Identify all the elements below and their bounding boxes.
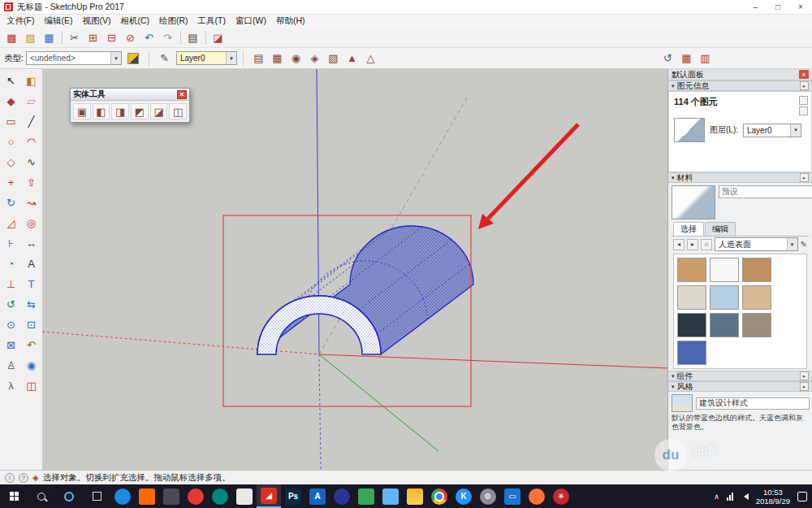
material-swatch-pale-gray[interactable]	[677, 285, 706, 310]
model-arch[interactable]	[257, 226, 473, 354]
toolbar-button-copy[interactable]: ⊞	[84, 28, 102, 46]
start-button[interactable]	[0, 484, 28, 508]
material-swatch-dark-navy[interactable]	[677, 313, 706, 337]
taskbar-app-app-blue-a[interactable]: A	[305, 484, 330, 508]
toolbar-button-redo[interactable]: ↷	[158, 28, 177, 46]
tool-make-component[interactable]: ◧	[21, 71, 41, 91]
taskbar-app-app-pinwheel[interactable]: ✳	[549, 484, 573, 508]
tool-zoom-window[interactable]: ⊡	[21, 315, 41, 335]
menu-item-camera[interactable]: 相机(C)	[115, 15, 154, 27]
tool-axes[interactable]: ⊥	[1, 274, 21, 294]
material-category-dropdown[interactable]: 人造表面 ▾	[715, 237, 798, 251]
taskbar-clock[interactable]: 10:53 2018/9/29	[756, 488, 790, 506]
chevron-down-icon[interactable]: ▾	[226, 52, 236, 64]
toolbar-button-cut[interactable]: ✂	[65, 28, 84, 46]
tool-follow-me[interactable]: ↝	[21, 193, 41, 213]
minimize-button[interactable]: –	[744, 0, 767, 14]
taskbar-app-folder-blue[interactable]	[378, 484, 403, 508]
solid-tool-outer-shell[interactable]: ▣	[73, 103, 91, 119]
classifier-paint-button[interactable]	[124, 50, 143, 67]
search-button[interactable]	[28, 484, 55, 508]
material-swatch-blue[interactable]	[677, 341, 706, 365]
sandbox-button-from-contours[interactable]: ▤	[249, 50, 268, 67]
tool-eraser[interactable]: ▱	[21, 91, 41, 111]
sandbox-button-smoove[interactable]: ◉	[287, 50, 305, 67]
tool-zoom-extents[interactable]: ⊠	[1, 335, 21, 355]
entity-info-header[interactable]: ▾ 图元信息 ▸	[668, 80, 812, 91]
styles-detail-icon[interactable]: ▸	[800, 382, 809, 391]
maximize-button[interactable]: □	[767, 0, 789, 14]
help-icon[interactable]: ?	[19, 473, 28, 483]
entity-info-detail-icon[interactable]: ▸	[800, 81, 809, 90]
tool-3d-text[interactable]: T	[21, 274, 41, 294]
tool-look-around[interactable]: ◉	[21, 355, 41, 376]
material-swatch-white[interactable]	[710, 258, 739, 282]
material-swatch-tan[interactable]	[742, 258, 771, 282]
menu-item-view[interactable]: 视图(V)	[77, 15, 115, 27]
toolbar-button-paste[interactable]: ⊟	[102, 28, 121, 46]
menu-item-file[interactable]: 文件(F)	[2, 15, 39, 27]
type-dropdown[interactable]: <undefined> ▾	[26, 51, 122, 65]
solid-tool-trim[interactable]: ◪	[150, 103, 168, 119]
components-detail-icon[interactable]: ▸	[800, 371, 809, 380]
tool-select[interactable]: ↖	[1, 71, 21, 91]
tool-push-pull[interactable]: ⇧	[21, 172, 41, 193]
layer-dropdown[interactable]: Layer0 ▾	[176, 51, 237, 65]
taskbar-app-app-blue-circle[interactable]	[110, 484, 135, 508]
style-name-input[interactable]	[696, 397, 810, 410]
material-swatch-light-blue[interactable]	[710, 285, 739, 310]
material-name-input[interactable]	[719, 185, 812, 198]
materials-header[interactable]: ▾ 材料 ▸	[668, 172, 812, 183]
menu-item-edit[interactable]: 编辑(E)	[39, 15, 77, 27]
solid-tool-union[interactable]: ◨	[111, 103, 129, 119]
dropper-icon[interactable]: ✎	[801, 240, 807, 249]
menu-item-window[interactable]: 窗口(W)	[231, 15, 271, 27]
volume-icon[interactable]	[741, 493, 749, 500]
tool-scale[interactable]: ◿	[1, 213, 21, 233]
material-swatch-light-tan[interactable]	[742, 285, 771, 310]
layers-pencil-button[interactable]: ✎	[155, 50, 174, 67]
materials-tab-edit[interactable]: 编辑	[705, 222, 736, 236]
tool-walk[interactable]: λ	[1, 376, 21, 396]
taskbar-app-chrome[interactable]	[427, 484, 451, 508]
cortana-button[interactable]	[55, 484, 83, 508]
chevron-down-icon[interactable]: ▾	[110, 52, 121, 64]
tool-offset[interactable]: ◎	[21, 213, 41, 233]
taskbar-app-app-navy-circle[interactable]	[330, 484, 354, 508]
toolbar-button-view-undo[interactable]: ↺	[659, 50, 677, 67]
toolbar-button-sep-2[interactable]	[177, 28, 184, 46]
close-button[interactable]: ×	[789, 0, 812, 14]
solid-tool-subtract[interactable]: ◩	[131, 103, 149, 119]
material-swatch-steel-blue[interactable]	[710, 313, 739, 337]
tool-move[interactable]: +	[1, 172, 21, 193]
materials-tab-select[interactable]: 选择	[673, 222, 704, 236]
menu-item-help[interactable]: 帮助(H)	[271, 15, 310, 27]
taskbar-app-app-monitor[interactable]: ▭	[500, 484, 525, 508]
tool-dimension[interactable]: ↔	[21, 233, 41, 254]
taskbar-app-app-green[interactable]	[354, 484, 378, 508]
tool-arc[interactable]: ◠	[21, 132, 41, 152]
tool-rotate[interactable]: ↻	[1, 193, 21, 213]
sandbox-button-drape[interactable]: ▧	[324, 50, 343, 67]
toggle-visible-icon[interactable]	[799, 96, 808, 105]
materials-detail-icon[interactable]: ▸	[800, 173, 809, 182]
toolbar-button-new[interactable]: ▩	[2, 28, 21, 46]
material-swatch-taupe[interactable]	[742, 313, 771, 337]
tool-freehand[interactable]: ∿	[21, 152, 41, 172]
toolbar-button-table-red-1[interactable]: ▦	[677, 50, 696, 67]
toolbar-button-sep-3[interactable]	[202, 28, 209, 46]
styles-header[interactable]: ▾ 风格 ▸	[668, 381, 812, 392]
home-icon[interactable]: ⌂	[701, 239, 712, 250]
tool-text[interactable]: A	[21, 254, 41, 274]
tool-previous[interactable]: ↶	[21, 335, 41, 355]
chevron-down-icon[interactable]: ▾	[787, 238, 797, 250]
back-icon[interactable]: ◂	[673, 239, 685, 250]
taskbar-app-app-red-circle[interactable]	[184, 484, 208, 508]
solid-tool-intersect[interactable]: ◧	[93, 103, 110, 119]
taskbar-app-app-k-circle[interactable]: K	[451, 484, 476, 508]
toolbar-button-open[interactable]: ▨	[21, 28, 40, 46]
toolbar-button-undo[interactable]: ↶	[140, 28, 158, 46]
drawing-canvas[interactable]	[42, 69, 667, 470]
forward-icon[interactable]: ▸	[687, 239, 698, 250]
tool-rectangle[interactable]: ▭	[1, 111, 21, 132]
